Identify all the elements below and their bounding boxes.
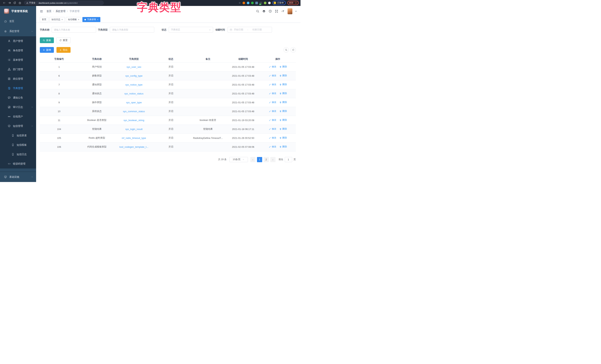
edit-link[interactable]: 修改 <box>269 92 276 95</box>
delete-link[interactable]: 删除 <box>279 101 287 104</box>
delete-link[interactable]: 删除 <box>279 127 287 131</box>
search-icon[interactable] <box>256 10 259 13</box>
table-refresh-icon[interactable] <box>290 47 296 53</box>
back-icon[interactable] <box>2 1 7 5</box>
edit-link[interactable]: 修改 <box>269 101 276 104</box>
edit-link[interactable]: 修改 <box>269 119 276 122</box>
github-icon[interactable] <box>262 10 266 13</box>
sidebar-item-infrastructure[interactable]: 基础设施 <box>0 172 36 182</box>
dict-type-link[interactable]: inf_redis_timeout_type <box>122 137 146 139</box>
ext-green-leaf[interactable] <box>264 2 266 4</box>
bookmark-star-icon[interactable]: ☆ <box>239 1 241 4</box>
kebab-menu-icon[interactable]: ⋮ <box>295 2 297 4</box>
sidebar-item-dept-management[interactable]: 部门管理 <box>0 65 36 74</box>
phone-icon <box>11 153 14 156</box>
ext-blue-gem[interactable] <box>247 2 249 4</box>
dict-type-link[interactable]: sys_boolean_string <box>123 119 144 122</box>
sidebar-item-sms-channel[interactable]: 短信渠道 <box>0 131 36 140</box>
delete-link[interactable]: 删除 <box>279 92 287 95</box>
sidebar-item-error-code-management[interactable]: 错误码管理 <box>0 159 36 169</box>
sidebar-item-post-management[interactable]: 岗位管理 <box>0 74 36 83</box>
dict-type-link[interactable]: sys_notice_status <box>124 92 143 95</box>
search-button-label: 搜索 <box>46 39 51 42</box>
sidebar-item-sms-log[interactable]: 短信日志 <box>0 150 36 159</box>
edit-link[interactable]: 修改 <box>269 83 276 86</box>
font-size-icon[interactable]: TT <box>281 10 284 13</box>
sidebar-item-notice-announcement[interactable]: 通知公告 <box>0 93 36 102</box>
sidebar-item-system-management[interactable]: 系统管理 <box>0 26 36 36</box>
sidebar-item-sms-management[interactable]: 短信管理 <box>0 121 36 131</box>
close-tab-icon[interactable]: × <box>78 19 79 21</box>
sidebar-item-audit-log[interactable]: 审计日志 <box>0 102 36 112</box>
sidebar-item-sms-template[interactable]: 短信模板 <box>0 140 36 150</box>
next-page-icon[interactable]: › <box>270 157 276 162</box>
ext-green-circle[interactable] <box>251 2 254 4</box>
export-button[interactable]: 导出 <box>57 47 70 53</box>
dict-type-link[interactable]: sys_config_type <box>125 74 142 77</box>
breadcrumb-system[interactable]: 系统管理 <box>56 10 66 13</box>
edit-link[interactable]: 修改 <box>269 136 276 139</box>
help-icon[interactable]: ? <box>269 10 272 13</box>
tab-dict-management[interactable]: 字典管理× <box>82 17 100 22</box>
page-button-2[interactable]: 2 <box>264 157 269 162</box>
user-avatar[interactable] <box>288 8 292 14</box>
date-range-picker[interactable]: 开始日期 - 结束日期 <box>228 27 272 33</box>
prev-page-icon[interactable]: ‹ <box>250 157 256 162</box>
breadcrumb-home[interactable]: 首页 <box>47 10 51 13</box>
dict-type-link[interactable]: sys_login_result <box>125 128 142 131</box>
browser-update-button[interactable]: 更新 ⋮ <box>287 1 299 5</box>
delete-link[interactable]: 删除 <box>279 136 287 139</box>
table-search-toggle-icon[interactable] <box>283 47 289 53</box>
address-bar[interactable]: 不安全 | dashboard.yudao.iocoder.cn/system/… <box>24 1 104 5</box>
hamburger-fold-icon[interactable] <box>40 10 43 13</box>
sidebar-item-dict-management[interactable]: 字典管理 <box>0 83 36 93</box>
reload-icon[interactable] <box>12 1 17 5</box>
delete-link[interactable]: 删除 <box>279 65 287 68</box>
delete-link[interactable]: 删除 <box>279 119 287 122</box>
sidebar-item-user-management[interactable]: 用户管理 <box>0 36 36 46</box>
edit-link[interactable]: 修改 <box>269 145 276 148</box>
dict-type-input[interactable] <box>110 27 154 33</box>
home-icon[interactable] <box>17 1 22 5</box>
edit-link[interactable]: 修改 <box>269 74 276 77</box>
close-tab-icon[interactable]: × <box>97 19 98 21</box>
sidebar-item-menu-management[interactable]: 菜单管理 <box>0 55 36 65</box>
ext-orange-circle[interactable] <box>242 2 245 4</box>
dict-type-link[interactable]: sys_user_sex <box>126 66 141 68</box>
page-size-select[interactable]: 10条/页 <box>230 157 248 162</box>
dict-type-link[interactable]: tool_codegen_template_t... <box>120 145 149 148</box>
goto-page-input[interactable] <box>285 157 292 162</box>
delete-link[interactable]: 删除 <box>279 74 287 77</box>
ext-grid-tool[interactable] <box>255 2 258 4</box>
create-button[interactable]: 新增 <box>40 47 54 53</box>
tab-sms-log[interactable]: 短信日志× <box>50 17 65 22</box>
sidebar-logo-row[interactable]: 芋道管理系统 <box>0 6 36 16</box>
ext-dark-on[interactable]: on <box>260 2 262 4</box>
sidebar-item-role-management[interactable]: 角色管理 <box>0 46 36 55</box>
dict-type-link[interactable]: sys_common_status <box>123 110 145 113</box>
dict-name-input[interactable] <box>52 27 96 33</box>
delete-link[interactable]: 删除 <box>279 83 287 86</box>
delete-link[interactable]: 删除 <box>279 110 287 113</box>
forward-icon[interactable] <box>7 1 12 5</box>
sidebar-item-home[interactable]: 首页 <box>0 16 36 26</box>
caret-down-icon[interactable]: ▾ <box>296 10 296 12</box>
edit-link[interactable]: 修改 <box>269 127 276 131</box>
ext-white-paw[interactable] <box>268 2 271 4</box>
tab-sms-template[interactable]: 短信模板× <box>66 17 81 22</box>
tab-home[interactable]: 首页 <box>40 17 48 22</box>
fullscreen-icon[interactable] <box>275 10 278 13</box>
sidebar-item-online-users[interactable]: 在线用户 <box>0 112 36 121</box>
dict-type-link[interactable]: sys_notice_type <box>125 83 142 86</box>
status-select[interactable]: 字典状态 <box>169 27 213 33</box>
paused-extension-badge[interactable]: 已暂停 <box>272 1 286 5</box>
page-button-1[interactable]: 1 <box>257 157 262 162</box>
delete-link[interactable]: 删除 <box>279 145 287 148</box>
close-tab-icon[interactable]: × <box>61 19 63 21</box>
search-button[interactable]: 搜索 <box>40 37 54 43</box>
edit-link[interactable]: 修改 <box>269 65 276 68</box>
reset-button[interactable]: 重置 <box>57 37 70 43</box>
edit-link[interactable]: 修改 <box>269 110 276 113</box>
dict-table: 字典编号 字典名称 字典类型 状态 备注 创建时间 操作 1用户性别sys_us… <box>40 56 296 152</box>
dict-type-link[interactable]: sys_oper_type <box>126 101 142 104</box>
